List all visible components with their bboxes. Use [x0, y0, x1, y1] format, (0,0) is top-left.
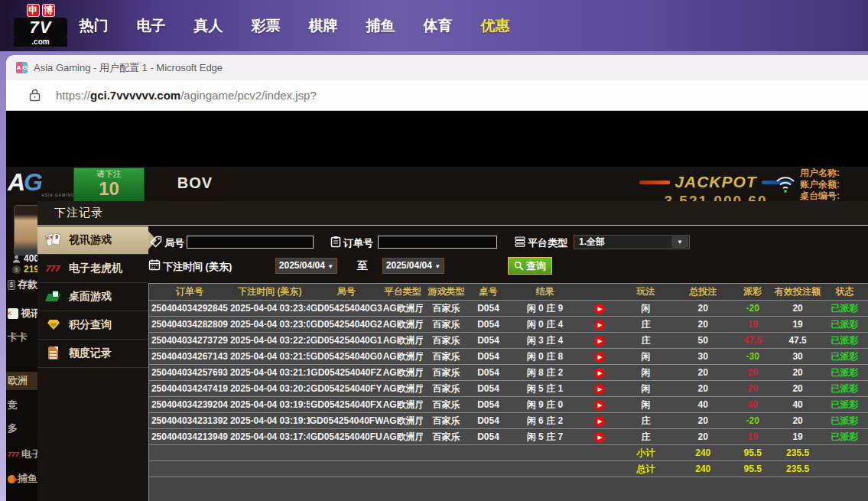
platform-type-label: 平台类型 — [528, 236, 567, 250]
order-no-label: 订单号 — [343, 236, 373, 250]
table-cell: 250404034213949 — [149, 431, 230, 442]
date-from-picker[interactable]: 2025/04/04 ▼ — [275, 258, 337, 274]
nav-item-电子[interactable]: 电子 — [122, 16, 180, 36]
table-cell: 百家乐 — [423, 415, 470, 428]
total-cell: 240 — [675, 464, 731, 474]
lobby-item-label: 竞 — [8, 399, 18, 412]
replay-icon[interactable]: ▶ — [594, 416, 605, 427]
status-badge: 已派彩 — [821, 415, 868, 428]
lobby-item-label: 存款 — [18, 278, 37, 291]
table-cell: 闲 5 庄 1 — [507, 382, 584, 395]
window-title: Asia Gaming - 用户配置 1 - Microsoft Edge — [34, 61, 223, 75]
sidebar-item-桌面游戏[interactable]: 桌面游戏 — [37, 283, 148, 311]
sidebar-item-label: 桌面游戏 — [69, 290, 112, 304]
table-cell: 百家乐 — [423, 382, 470, 395]
table-cell: D054 — [470, 415, 507, 426]
site-logo[interactable]: 申 博 7V .com — [14, 4, 67, 47]
replay-icon[interactable]: ▶ — [594, 384, 605, 395]
lobby-item-电子[interactable]: 777电子 — [6, 445, 37, 464]
table-row: 2504040342139492025-04-04 03:17:48GD0542… — [149, 429, 868, 445]
lobby-item-存款[interactable]: $存款 — [6, 275, 37, 294]
order-no-input[interactable] — [378, 236, 497, 249]
main-nav: 热门电子真人彩票棋牌捕鱼体育优惠 — [65, 0, 524, 51]
table-cell: 20 — [774, 415, 821, 426]
site-header: 申 博 7V .com 热门电子真人彩票棋牌捕鱼体育优惠 — [0, 0, 868, 51]
table-cell: 闲 6 庄 2 — [507, 415, 584, 428]
table-row: 2504040342576932025-04-04 03:21:14GD0542… — [149, 365, 868, 381]
replay-icon[interactable]: ▶ — [594, 304, 605, 314]
sidebar-item-积分查询[interactable]: 积分查询 — [37, 311, 148, 340]
browser-titlebar[interactable]: A G Asia Gaming - 用户配置 1 - Microsoft Edg… — [6, 55, 868, 80]
lobby-item-视讯[interactable]: K视讯 — [6, 304, 37, 323]
table-cell: 闲 — [616, 382, 675, 395]
table-cell: 闲 — [616, 350, 675, 363]
replay-icon[interactable]: ▶ — [594, 320, 605, 330]
date-to-picker[interactable]: 2025/04/04 ▼ — [382, 258, 444, 274]
table-cell: D054 — [470, 351, 507, 362]
sidebar-item-电子老虎机[interactable]: 777电子老虎机 — [37, 255, 148, 283]
logo-name: 7V — [14, 18, 67, 37]
status-badge: 已派彩 — [821, 350, 868, 363]
table-cell: 庄 — [616, 431, 675, 444]
table-cell: ▶ — [583, 415, 616, 427]
table-cell: 庄 — [616, 318, 675, 331]
sidebar-item-label: 积分查询 — [69, 318, 112, 332]
table-cell: 19 — [731, 319, 774, 330]
table-cell: 2025-04-04 03:21:14 — [230, 367, 310, 378]
nav-item-体育[interactable]: 体育 — [409, 16, 467, 36]
nav-item-真人[interactable]: 真人 — [180, 16, 237, 36]
table-cell: 40 — [774, 399, 821, 410]
table-cell: ▶ — [583, 399, 616, 411]
table-cell: GD054254040FZ — [310, 367, 383, 378]
bov-sign: BOV — [167, 170, 223, 200]
table-cell: 2025-04-04 03:20:28 — [230, 383, 310, 394]
lobby-item-竞[interactable]: 竞 — [6, 396, 37, 415]
table-cell: GD054254040G2 — [310, 319, 383, 330]
replay-icon[interactable]: ▶ — [594, 400, 605, 411]
replay-icon[interactable]: ▶ — [594, 432, 605, 443]
nav-item-彩票[interactable]: 彩票 — [237, 16, 294, 36]
table-cell: AG欧洲厅 — [383, 318, 423, 331]
status-badge: 已派彩 — [821, 431, 868, 444]
nav-item-优惠[interactable]: 优惠 — [467, 16, 524, 36]
table-row: 2504040342671432025-04-04 03:21:54GD0542… — [149, 349, 868, 365]
list-icon — [514, 236, 526, 248]
url-text[interactable]: https://gci.7vvvvvv.com/agingame/pcv2/in… — [56, 89, 317, 102]
round-no-input[interactable] — [187, 236, 314, 249]
table-cell: 庄 — [616, 334, 675, 347]
column-header: 结果 — [507, 285, 584, 298]
platform-type-select[interactable]: 1.全部 ▼ — [574, 235, 690, 249]
table-cell: 20 — [774, 367, 821, 378]
table-cell: 19 — [731, 431, 774, 442]
replay-icon[interactable]: ▶ — [594, 336, 605, 346]
table-cell: 47.5 — [731, 335, 774, 346]
replay-icon[interactable]: ▶ — [594, 352, 605, 363]
nav-item-棋牌[interactable]: 棋牌 — [294, 16, 352, 36]
table-row: 2504040342392042025-04-04 03:19:50GD0542… — [149, 397, 868, 413]
lobby-item-欧洲[interactable]: 欧洲 — [6, 372, 37, 390]
status-badge: 已派彩 — [821, 399, 868, 412]
nav-item-捕鱼[interactable]: 捕鱼 — [352, 16, 409, 36]
lobby-item-多[interactable]: 多 — [6, 419, 37, 438]
replay-icon[interactable]: ▶ — [594, 368, 605, 379]
column-header: 游戏类型 — [423, 285, 470, 298]
sidebar-item-额度记录[interactable]: 额度记录 — [37, 340, 148, 368]
address-bar[interactable]: https://gci.7vvvvvv.com/agingame/pcv2/in… — [6, 80, 868, 111]
column-header: 下注时间 (美东) — [230, 285, 310, 298]
to-label: 至 — [357, 259, 368, 273]
lobby-item-卡卡[interactable]: 卡卡 — [6, 328, 37, 346]
table-cell: 闲 — [616, 302, 675, 315]
round-no-label: 局号 — [164, 236, 184, 250]
site-favicon-icon: A G — [16, 62, 28, 73]
search-button[interactable]: 查询 — [508, 257, 552, 275]
logo-badge-bo: 博 — [42, 4, 55, 17]
lobby-item-捕鱼[interactable]: 捕鱼 — [6, 470, 37, 488]
subtotal-cell: 235.5 — [774, 447, 821, 458]
sidebar-item-视讯游戏[interactable]: K♥9视讯游戏 — [37, 226, 148, 255]
table-cell: 闲 3 庄 4 — [507, 334, 584, 347]
nav-item-热门[interactable]: 热门 — [65, 16, 122, 36]
cards-icon: K♥9 — [46, 233, 63, 248]
table-cell: 250404034273729 — [149, 335, 230, 346]
bet-timer-panel: 请下注 10 — [73, 168, 145, 202]
table-cell: ▶ — [583, 302, 616, 314]
